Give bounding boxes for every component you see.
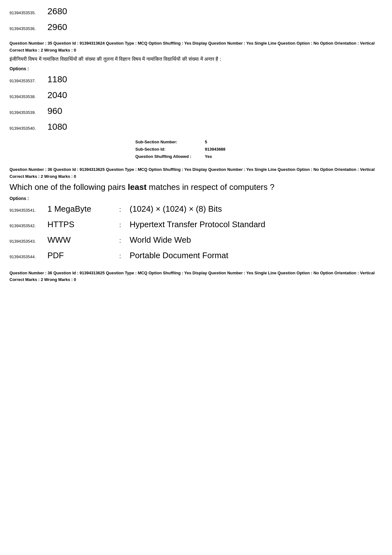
q35-opt-val-1: 1180 — [47, 74, 67, 84]
q36-opt-right-3: World Wide Web — [130, 235, 191, 245]
q36-opt-right-4: Portable Document Format — [130, 251, 228, 260]
subsection-info: Sub-Section Number: 5 Sub-Section Id: 91… — [133, 138, 259, 160]
q36-repeat-marks: Correct Marks : 2 Wrong Marks : 0 — [9, 277, 383, 282]
subsection-shuffling-value: Yes — [202, 153, 259, 160]
q36-marks: Correct Marks : 2 Wrong Marks : 0 — [9, 174, 383, 179]
q36-text-part1: Which one of the following pairs — [9, 182, 128, 192]
q36-opt-left-3: WWW — [47, 235, 111, 245]
q35-opt-id-4: 91394353540. — [9, 126, 47, 131]
subsection-id-value: 913943688 — [202, 146, 259, 153]
q35-option-2040: 91394353538. 2040 — [9, 90, 383, 100]
q36-opt-id-1: 91394353541. — [9, 208, 47, 213]
q35-option-960: 91394353539. 960 — [9, 106, 383, 116]
option-id-91394353536: 91394353536. — [9, 26, 47, 31]
q36-opt-colon-1: : — [111, 206, 130, 213]
subsection-id-label: Sub-Section Id: — [133, 146, 202, 153]
q35-opt-val-3: 960 — [47, 106, 62, 116]
q36-repeat-meta: Question Number : 36 Question Id : 91394… — [9, 270, 383, 276]
question-35-block: Question Number : 35 Question Id : 91394… — [9, 40, 383, 132]
q36-opt-colon-3: : — [111, 237, 130, 244]
subsection-shuffling-label: Question Shuffling Allowed : — [133, 153, 202, 160]
q35-options-label: Options : — [9, 66, 383, 71]
q36-text-bold: least — [128, 182, 146, 192]
q36-opt-left-2: HTTPS — [47, 220, 111, 229]
option-id-91394353535: 91394353535. — [9, 10, 47, 15]
subsection-number-value: 5 — [202, 138, 259, 146]
q36-meta: Question Number : 36 Question Id : 91394… — [9, 166, 383, 173]
q35-marks: Correct Marks : 2 Wrong Marks : 0 — [9, 48, 383, 53]
q35-opt-val-2: 2040 — [47, 90, 67, 100]
q35-option-1080: 91394353540. 1080 — [9, 122, 383, 132]
q36-options: 91394353541. 1 MegaByte : (1024) × (1024… — [9, 204, 383, 260]
q36-opt-id-2: 91394353542. — [9, 223, 47, 228]
q36-opt-right-1: (1024) × (1024) × (8) Bits — [130, 204, 222, 214]
option-value-2680: 2680 — [47, 6, 67, 16]
q35-meta: Question Number : 35 Question Id : 91394… — [9, 40, 383, 47]
subsection-id-row: Sub-Section Id: 913943688 — [133, 146, 259, 153]
q35-opt-id-2: 91394353538. — [9, 94, 47, 99]
subsection-shuffling-row: Question Shuffling Allowed : Yes — [133, 153, 259, 160]
q35-opt-val-4: 1080 — [47, 122, 67, 132]
q36-option-pdf: 91394353544. PDF : Portable Document For… — [9, 251, 383, 260]
q36-opt-colon-4: : — [111, 253, 130, 260]
subsection-number-label: Sub-Section Number: — [133, 138, 202, 146]
q36-opt-colon-2: : — [111, 221, 130, 229]
q36-opt-right-2: Hypertext Transfer Protocol Standard — [130, 220, 265, 229]
q36-opt-id-3: 91394353543. — [9, 239, 47, 244]
q36-text: Which one of the following pairs least m… — [9, 181, 383, 193]
q35-opt-id-3: 91394353539. — [9, 110, 47, 115]
q36-option-www: 91394353543. WWW : World Wide Web — [9, 235, 383, 245]
q36-option-https: 91394353542. HTTPS : Hypertext Transfer … — [9, 220, 383, 229]
q36-option-megabyte: 91394353541. 1 MegaByte : (1024) × (1024… — [9, 204, 383, 214]
q35-opt-id-1: 91394353537. — [9, 78, 47, 83]
question-36-repeat-block: Question Number : 36 Question Id : 91394… — [9, 270, 383, 282]
q36-opt-left-4: PDF — [47, 251, 111, 260]
q36-text-part2: matches in respect of computers ? — [147, 182, 275, 192]
option-row-2680: 91394353535. 2680 — [9, 6, 383, 16]
q35-options: 91394353537. 1180 91394353538. 2040 9139… — [9, 74, 383, 132]
q36-opt-id-4: 91394353544. — [9, 254, 47, 259]
option-row-2960: 91394353536. 2960 — [9, 22, 383, 32]
q36-options-label: Options : — [9, 196, 383, 201]
question-36-block: Question Number : 36 Question Id : 91394… — [9, 166, 383, 260]
q35-text: इंजीनियरी विषय में नामांकित विद्यार्थियो… — [9, 55, 383, 63]
q35-option-1180: 91394353537. 1180 — [9, 74, 383, 84]
subsection-number-row: Sub-Section Number: 5 — [133, 138, 259, 146]
q36-opt-left-1: 1 MegaByte — [47, 204, 111, 214]
prev-options-section: 91394353535. 2680 91394353536. 2960 — [9, 6, 383, 32]
option-value-2960: 2960 — [47, 22, 67, 32]
